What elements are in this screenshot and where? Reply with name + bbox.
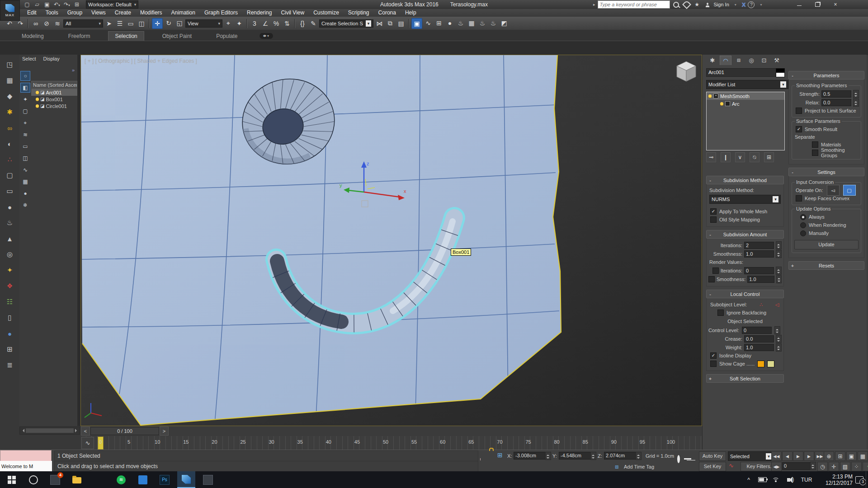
panel-splitter[interactable]	[77, 55, 80, 426]
walk-through-icon[interactable]: ⁘	[851, 462, 862, 471]
render-iterations-field[interactable]: 0	[744, 267, 774, 274]
menu-item[interactable]: Rendering	[242, 9, 276, 17]
percent-snap-icon[interactable]: %	[271, 19, 281, 28]
show-desktop-button[interactable]	[866, 471, 868, 488]
play-icon[interactable]: ▶	[793, 451, 803, 461]
make-unique-icon[interactable]: ∨	[735, 152, 745, 162]
select-link-icon[interactable]: ∞	[31, 19, 41, 28]
hierarchy-tab-icon[interactable]: ⧈	[733, 56, 744, 65]
vertex-dots-icon[interactable]: ∴	[4, 153, 16, 166]
chain-icon[interactable]: ∞	[4, 122, 16, 134]
gear-icon[interactable]: ✱	[4, 106, 16, 118]
select-and-scale-icon[interactable]: ◱	[175, 18, 184, 28]
keep-faces-convex-checkbox[interactable]	[796, 195, 802, 202]
isoline-display-checkbox[interactable]: ✓	[710, 352, 717, 359]
reference-coordinate-dropdown[interactable]: View▾	[185, 19, 222, 28]
strength-field[interactable]: 0.5	[821, 90, 851, 98]
ribbon-minimize-toggle[interactable]: ⬬▾	[259, 33, 273, 39]
time-tag-icon[interactable]: ⧈	[615, 463, 618, 470]
display-shapes-icon[interactable]: ◧	[20, 83, 30, 93]
display-tab-icon[interactable]: ⊡	[759, 56, 769, 65]
absolute-mode-icon[interactable]: ⊞	[497, 451, 503, 459]
set-keys-key-icon[interactable]	[677, 456, 680, 462]
modifier-bulb-icon[interactable]	[708, 94, 712, 98]
menu-item[interactable]: Create	[110, 9, 136, 17]
add-time-tag-label[interactable]: Add Time Tag	[624, 463, 654, 471]
menu-item[interactable]: Group	[63, 9, 87, 17]
vertex-subobject-icon[interactable]: ∴	[760, 302, 763, 308]
modifier-stack-item[interactable]: + MeshSmooth	[707, 92, 784, 100]
favorites-star-icon[interactable]: ★	[693, 1, 701, 8]
help-icon[interactable]: ?	[748, 1, 755, 8]
viewcube[interactable]	[677, 61, 696, 81]
communication-center-icon[interactable]	[683, 1, 691, 8]
iterations-field[interactable]: 2	[744, 242, 774, 249]
control-mesh-icon[interactable]: ◁	[775, 302, 779, 308]
smoothness-spinner[interactable]	[776, 250, 782, 258]
rendered-frame-window-icon[interactable]: ▦	[467, 18, 476, 28]
viewport[interactable]: x y z [ + ] [ Orthographic ] [ Shaded + …	[80, 55, 702, 426]
explorer-menu-item[interactable]: Display	[43, 56, 60, 61]
hp-page-icon[interactable]: ▯	[4, 311, 16, 324]
operate-on-triangle-button[interactable]: ◅	[827, 185, 840, 196]
display-helpers-icon[interactable]: ⌖	[20, 118, 30, 128]
y-coordinate-field[interactable]: -4.548cm	[559, 452, 591, 460]
list-tool-icon[interactable]: ≣	[4, 359, 16, 371]
previous-frame-icon[interactable]: ◀	[782, 451, 793, 461]
time-slider-ruler[interactable]: ∿ 05101520253035404550556065707580859095…	[80, 436, 702, 450]
update-button[interactable]: Update	[794, 240, 859, 249]
show-cage-checkbox[interactable]	[710, 361, 717, 367]
next-key-button[interactable]: >	[160, 427, 169, 436]
object-color-swatch[interactable]	[776, 68, 785, 77]
new-key-settings-icon[interactable]: ∿	[729, 462, 734, 469]
zoom-region-icon[interactable]: ▧	[840, 462, 850, 471]
display-lights-icon[interactable]: ✦	[20, 94, 30, 104]
exchange-apps-icon[interactable]: X	[742, 1, 746, 8]
align-icon[interactable]: ⧉	[385, 19, 395, 28]
explorer-horizontal-scrollbar[interactable]	[19, 427, 80, 435]
language-indicator[interactable]: TUR	[798, 471, 815, 488]
loops-icon[interactable]: ◆	[4, 90, 16, 103]
hidden-icons-chevron[interactable]: ^	[742, 471, 755, 488]
sign-in-button[interactable]: Sign In	[714, 2, 729, 7]
ribbon-tab[interactable]: Object Paint	[156, 32, 198, 41]
selection-set-dropdown[interactable]: Selected ▾	[728, 451, 774, 461]
zoom-extents-all-icon[interactable]: ▦	[858, 451, 868, 461]
maxscript-listener-field[interactable]: Welcome to M	[0, 461, 52, 472]
time-configuration-icon[interactable]: ◷	[817, 462, 828, 471]
search-input[interactable]	[598, 0, 670, 9]
menu-item[interactable]: Customize	[309, 9, 344, 17]
expand-icon[interactable]	[725, 101, 730, 106]
angle-snap-icon[interactable]: ∠	[260, 19, 270, 28]
display-containers-icon[interactable]: ▦	[20, 177, 30, 187]
sphere-primitive-icon[interactable]: ●	[4, 201, 16, 213]
mirror-icon[interactable]: ⋈	[374, 19, 384, 28]
activeshade-icon[interactable]: ◩	[499, 18, 509, 28]
utilities-tab-icon[interactable]: ⚒	[771, 56, 782, 65]
rect-selection-region-icon[interactable]: ▭	[126, 19, 136, 28]
set-key-button[interactable]: Set Key	[699, 462, 726, 471]
maximize-button[interactable]	[808, 0, 826, 9]
apply-whole-mesh-checkbox[interactable]: ✓	[710, 208, 717, 215]
menu-item[interactable]: Views	[87, 9, 110, 17]
menu-item[interactable]: Edit	[23, 9, 41, 17]
minimize-button[interactable]	[790, 0, 808, 9]
menu-item[interactable]: Animation	[167, 9, 200, 17]
star-shape-icon[interactable]: ✦	[4, 264, 16, 277]
pan-view-icon[interactable]: ✛	[829, 462, 839, 471]
maxscript-pencil-icon[interactable]: ✎	[308, 19, 318, 28]
control-level-field[interactable]: 0	[742, 327, 772, 334]
file-explorer-app[interactable]	[68, 471, 86, 488]
menu-item[interactable]: Help	[401, 9, 421, 17]
next-frame-icon[interactable]: ▶	[804, 451, 814, 461]
render-smoothness-checkbox[interactable]	[708, 276, 715, 282]
current-frame-field[interactable]: 0	[782, 462, 811, 470]
cortana-button[interactable]	[24, 471, 42, 488]
z-coordinate-field[interactable]: 2.074cm	[604, 452, 637, 460]
visibility-bulb-icon[interactable]	[36, 98, 39, 101]
visibility-bulb-icon[interactable]	[36, 104, 39, 108]
volume-icon[interactable]	[783, 471, 797, 488]
materials-checkbox[interactable]	[812, 141, 818, 148]
box-primitive-icon[interactable]: ▢	[4, 169, 16, 182]
photoshop-app[interactable]: Ps	[156, 471, 174, 488]
